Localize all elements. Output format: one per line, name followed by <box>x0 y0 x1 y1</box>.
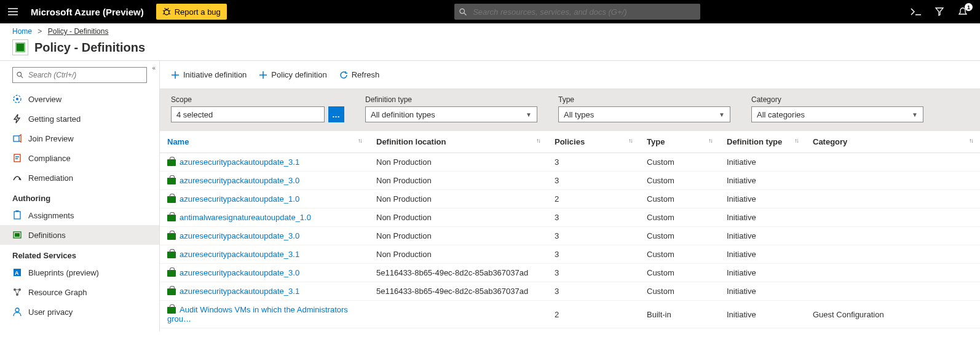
notifications-button[interactable]: 1 <box>957 6 969 18</box>
row-name[interactable]: azuresecuritypackautoupdate_3.0 <box>160 227 369 245</box>
initiative-icon <box>167 159 176 166</box>
compliance-icon <box>12 153 22 163</box>
row-name[interactable]: azuresecuritypackautoupdate_3.0 <box>160 264 369 282</box>
table-row[interactable]: Audit Windows VMs in which the Administr… <box>160 301 980 328</box>
initiative-icon <box>167 215 176 221</box>
col-location[interactable]: Definition location↑↓ <box>369 131 547 153</box>
sidebar-item-compliance[interactable]: Compliance <box>0 148 159 168</box>
sidebar-item-assignments[interactable]: Assignments <box>0 205 159 225</box>
table-row[interactable]: azuresecuritypackautoupdate_1.0Non Produ… <box>160 190 980 208</box>
row-name[interactable]: azuresecuritypackautoupdate_3.0 <box>160 172 369 190</box>
table-row[interactable]: azuresecuritypackautoupdate_3.15e116433-… <box>160 282 980 301</box>
filter-icon <box>935 7 944 17</box>
content: Initiative definition Policy definition … <box>160 61 980 331</box>
sidebar-item-getting-started[interactable]: Getting started <box>0 109 159 129</box>
row-type: Custom <box>639 227 719 245</box>
sidebar-item-overview[interactable]: Overview <box>0 89 159 109</box>
overview-icon <box>12 94 22 104</box>
menu-toggle[interactable] <box>5 4 21 20</box>
table-row[interactable]: azuresecuritypackautoupdate_3.1Non Produ… <box>160 245 980 264</box>
row-name[interactable]: azuresecuritypackautoupdate_3.1 <box>160 282 369 301</box>
page-icon <box>12 39 28 55</box>
sort-icon: ↑↓ <box>358 137 362 144</box>
sidebar-item-remediation[interactable]: Remediation <box>0 168 159 188</box>
refresh-label: Refresh <box>352 70 380 79</box>
sidebar-item-definitions[interactable]: Definitions <box>0 225 159 245</box>
col-type[interactable]: Type↑↓ <box>639 131 719 153</box>
sidebar: « Overview Getting started Join Preview … <box>0 61 160 331</box>
row-category <box>805 245 980 264</box>
col-name[interactable]: Name↑↓ <box>160 131 369 153</box>
row-location: 5e116433-8b65-49ec-8d2c-85ab367037ad <box>369 264 547 282</box>
sidebar-item-label: User privacy <box>28 307 73 317</box>
sidebar-item-resource-graph[interactable]: Resource Graph <box>0 282 159 302</box>
scope-dropdown[interactable]: 4 selected <box>171 106 325 122</box>
sidebar-item-user-privacy[interactable]: User privacy <box>0 302 159 322</box>
col-category[interactable]: Category↑↓ <box>805 131 980 153</box>
breadcrumb-separator: > <box>38 27 42 36</box>
sort-icon: ↑↓ <box>708 137 712 144</box>
cloud-shell-button[interactable] <box>910 6 922 18</box>
blueprints-icon: A <box>12 268 22 277</box>
row-policies: 3 <box>547 172 639 190</box>
sidebar-item-join-preview[interactable]: Join Preview <box>0 129 159 148</box>
initiative-icon <box>167 196 176 203</box>
new-policy-button[interactable]: Policy definition <box>259 70 326 79</box>
table-row[interactable]: azuresecuritypackautoupdate_3.1Non Produ… <box>160 153 980 172</box>
row-deftype: Initiative <box>719 282 805 301</box>
table-row[interactable]: azuresecuritypackautoupdate_3.0Non Produ… <box>160 227 980 245</box>
scope-picker-button[interactable]: … <box>328 106 344 122</box>
global-search-input[interactable] <box>472 7 695 17</box>
report-bug-button[interactable]: Report a bug <box>156 4 227 20</box>
row-name[interactable]: azuresecuritypackautoupdate_1.0 <box>160 190 369 208</box>
global-search[interactable] <box>454 4 700 20</box>
new-policy-label: Policy definition <box>271 70 326 79</box>
chevron-down-icon: ▼ <box>526 111 532 118</box>
search-icon <box>17 71 23 79</box>
row-type: Custom <box>639 208 719 227</box>
initiative-icon <box>167 233 176 240</box>
row-name[interactable]: antimalwaresignatureautoupdate_1.0 <box>160 208 369 227</box>
top-bar: Microsoft Azure (Preview) Report a bug 1 <box>0 0 980 23</box>
sidebar-item-label: Overview <box>28 95 61 104</box>
directory-filter-button[interactable] <box>933 6 946 18</box>
sidebar-search[interactable] <box>12 67 147 83</box>
row-type: Custom <box>639 282 719 301</box>
col-policies[interactable]: Policies↑↓ <box>547 131 639 153</box>
row-name[interactable]: azuresecuritypackautoupdate_3.1 <box>160 245 369 264</box>
row-location: Non Production <box>369 153 547 172</box>
table-row[interactable]: azuresecuritypackautoupdate_3.0Non Produ… <box>160 172 980 190</box>
row-name[interactable]: Audit Windows VMs in which the Administr… <box>160 301 369 328</box>
sidebar-item-blueprints[interactable]: A Blueprints (preview) <box>0 263 159 282</box>
row-location: 5e116433-8b65-49ec-8d2c-85ab367037ad <box>369 282 547 301</box>
new-initiative-button[interactable]: Initiative definition <box>171 70 247 79</box>
row-deftype: Initiative <box>719 245 805 264</box>
row-deftype: Initiative <box>719 190 805 208</box>
sidebar-collapse[interactable]: « <box>152 65 156 71</box>
notification-badge: 1 <box>965 3 973 11</box>
sidebar-item-label: Getting started <box>28 114 81 124</box>
assignments-icon <box>12 210 22 220</box>
filter-category: Category All categories ▼ <box>751 95 923 122</box>
plus-icon <box>171 71 180 79</box>
deftype-dropdown[interactable]: All definition types ▼ <box>365 106 537 122</box>
category-dropdown[interactable]: All categories ▼ <box>751 106 923 122</box>
cloud-shell-icon <box>911 7 922 16</box>
row-location: Non Production <box>369 227 547 245</box>
body: « Overview Getting started Join Preview … <box>0 61 980 331</box>
row-policies: 3 <box>547 153 639 172</box>
type-dropdown[interactable]: All types ▼ <box>558 106 730 122</box>
table-row[interactable]: antimalwaresignatureautoupdate_1.0Non Pr… <box>160 208 980 227</box>
chevron-down-icon: ▼ <box>912 111 918 118</box>
row-category <box>805 172 980 190</box>
breadcrumb-home[interactable]: Home <box>12 27 32 36</box>
col-deftype[interactable]: Definition type↑↓ <box>719 131 805 153</box>
refresh-button[interactable]: Refresh <box>339 70 380 79</box>
sidebar-search-input[interactable] <box>27 70 143 80</box>
sidebar-item-label: Definitions <box>28 231 66 240</box>
sidebar-item-label: Compliance <box>28 154 71 163</box>
row-category <box>805 190 980 208</box>
svg-point-0 <box>164 10 169 15</box>
table-row[interactable]: azuresecuritypackautoupdate_3.05e116433-… <box>160 264 980 282</box>
row-name[interactable]: azuresecuritypackautoupdate_3.1 <box>160 153 369 172</box>
